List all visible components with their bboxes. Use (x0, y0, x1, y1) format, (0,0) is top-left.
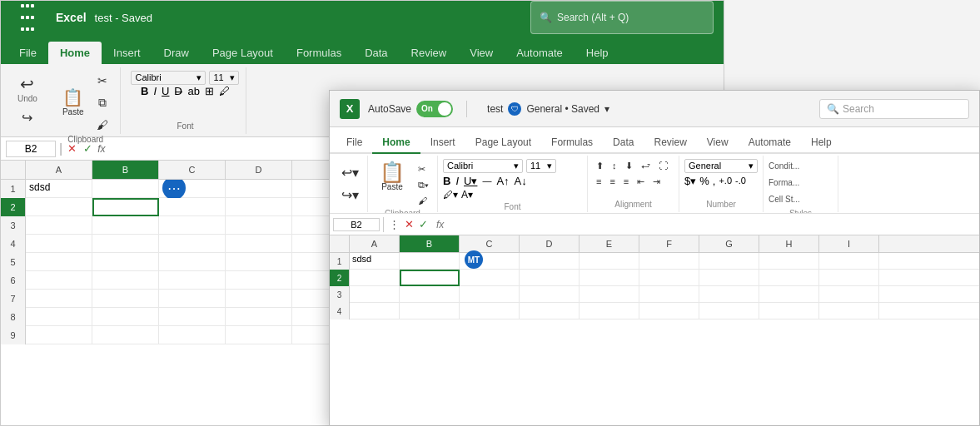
back-cell-C3[interactable] (159, 216, 226, 235)
back-col-C[interactable]: C (159, 161, 226, 179)
front-number-format-selector[interactable]: General ▾ (684, 159, 758, 173)
front-font-size-selector[interactable]: 11 ▾ (526, 159, 556, 173)
front-col-D[interactable]: D (520, 235, 580, 252)
front-indent-inc-button[interactable]: ⇥ (649, 175, 664, 189)
front-fontcolor-increase-button[interactable]: A↑ (496, 175, 509, 187)
front-cell-D4[interactable] (520, 303, 580, 320)
front-cell-I3[interactable] (819, 286, 879, 303)
front-cell-B3[interactable] (400, 286, 460, 303)
front-cell-B2[interactable] (400, 270, 460, 286)
front-cell-F3[interactable] (639, 286, 699, 303)
back-cell-B9[interactable] (92, 326, 159, 344)
front-cell-G1[interactable] (699, 253, 759, 270)
front-col-E[interactable]: E (580, 235, 639, 252)
back-cell-A7[interactable] (26, 290, 92, 308)
back-tab-data[interactable]: Data (353, 42, 399, 64)
front-cell-H1[interactable] (759, 253, 819, 270)
front-tab-home[interactable]: Home (372, 132, 420, 154)
front-cell-F4[interactable] (639, 303, 699, 320)
back-formatpainter-button[interactable]: 🖌 (92, 115, 113, 135)
back-undo-button[interactable]: ↩ Undo (12, 72, 42, 106)
front-cell-G2[interactable] (699, 270, 759, 286)
front-strikethrough-button[interactable]: — (482, 176, 491, 186)
back-font-selector[interactable]: Calibri ▾ (131, 71, 206, 85)
front-wrap-button[interactable]: ⮐ (638, 159, 654, 172)
back-cell-C4[interactable] (159, 235, 226, 253)
back-cell-C1[interactable]: ⋯ (159, 180, 226, 198)
autosave-toggle[interactable]: On (416, 101, 453, 117)
back-cell-A9[interactable] (26, 326, 92, 344)
back-cell-B7[interactable] (92, 290, 159, 308)
front-cell-D1[interactable] (520, 253, 580, 270)
back-search-box[interactable]: 🔍 Search (Alt + Q) (530, 1, 714, 34)
front-indent-dec-button[interactable]: ⇤ (634, 175, 648, 189)
front-col-I[interactable]: I (819, 235, 879, 252)
back-tab-file[interactable]: File (7, 42, 48, 64)
back-cell-B4[interactable] (92, 235, 159, 253)
front-cell-C2[interactable] (460, 270, 520, 286)
front-cell-ref[interactable]: B2 (333, 218, 380, 231)
back-tab-home[interactable]: Home (48, 42, 102, 64)
back-cancel-formula-button[interactable]: ✕ (66, 142, 78, 155)
front-cell-C3[interactable] (460, 286, 520, 303)
back-cell-A6[interactable] (26, 271, 92, 290)
front-cell-F1[interactable] (639, 253, 699, 270)
back-cell-B5[interactable] (92, 253, 159, 271)
front-col-F[interactable]: F (639, 235, 699, 252)
back-cell-A1[interactable]: sdsd (26, 180, 92, 198)
front-underline-button[interactable]: U▾ (464, 175, 477, 187)
front-align-right-button[interactable]: ≡ (620, 175, 632, 188)
front-tab-formulas[interactable]: Formulas (541, 132, 603, 154)
back-cell-D4[interactable] (226, 235, 292, 253)
back-copy-button[interactable]: ⧉ (92, 92, 113, 113)
back-cell-C7[interactable] (159, 290, 226, 308)
back-cell-D9[interactable] (226, 326, 292, 344)
back-cut-button[interactable]: ✂ (92, 71, 113, 91)
back-bold-button[interactable]: B (141, 85, 148, 97)
front-cell-I4[interactable] (819, 303, 879, 320)
back-confirm-formula-button[interactable]: ✓ (82, 142, 94, 155)
front-cell-G4[interactable] (699, 303, 759, 320)
front-fill-button[interactable]: 🖊▾ (443, 189, 458, 201)
back-cell-B2[interactable] (92, 198, 159, 216)
front-tab-pagelayout[interactable]: Page Layout (465, 132, 541, 154)
front-cell-E4[interactable] (580, 303, 639, 320)
front-col-A[interactable]: A (350, 235, 400, 252)
back-tab-automate[interactable]: Automate (505, 42, 575, 64)
front-decrease-decimal-button[interactable]: -.0 (735, 176, 746, 186)
front-cell-I2[interactable] (819, 270, 879, 286)
back-font-size-selector[interactable]: 11 ▾ (209, 71, 239, 85)
front-cell-H4[interactable] (759, 303, 819, 320)
front-cell-E3[interactable] (580, 286, 639, 303)
back-ab-button[interactable]: ab (187, 85, 199, 97)
back-tab-pagelayout[interactable]: Page Layout (201, 42, 285, 64)
front-cut-button[interactable]: ✂ (415, 162, 432, 176)
back-fill-button[interactable]: 🖊 (219, 85, 230, 97)
back-col-A[interactable]: A (26, 161, 92, 179)
front-align-top-button[interactable]: ⬆ (593, 159, 607, 173)
front-formatpainter-button[interactable]: 🖌 (415, 194, 432, 207)
front-cell-I1[interactable] (819, 253, 879, 270)
back-cell-D7[interactable] (226, 290, 292, 308)
back-cell-D6[interactable] (226, 271, 292, 290)
front-font-selector[interactable]: Calibri ▾ (443, 159, 523, 173)
front-formula-dots[interactable]: ⋮ (387, 218, 401, 230)
back-tab-view[interactable]: View (458, 42, 505, 64)
back-cell-A2[interactable] (26, 198, 92, 216)
front-cell-A2[interactable] (350, 270, 400, 286)
front-cell-H2[interactable] (759, 270, 819, 286)
front-undo-button[interactable]: ↩▾ (338, 163, 362, 182)
front-cell-A4[interactable] (350, 303, 400, 320)
front-cell-D3[interactable] (520, 286, 580, 303)
apps-icon[interactable] (11, 1, 44, 34)
back-tab-review[interactable]: Review (400, 42, 459, 64)
front-tab-file[interactable]: File (336, 132, 372, 154)
back-cell-C2[interactable] (159, 198, 226, 216)
front-copy-button[interactable]: ⧉▾ (415, 178, 432, 192)
back-cell-D1[interactable] (226, 180, 292, 198)
front-tab-automate[interactable]: Automate (739, 132, 801, 154)
back-cell-B8[interactable] (92, 308, 159, 326)
back-tab-help[interactable]: Help (575, 42, 620, 64)
front-cell-H3[interactable] (759, 286, 819, 303)
front-cell-E2[interactable] (580, 270, 639, 286)
